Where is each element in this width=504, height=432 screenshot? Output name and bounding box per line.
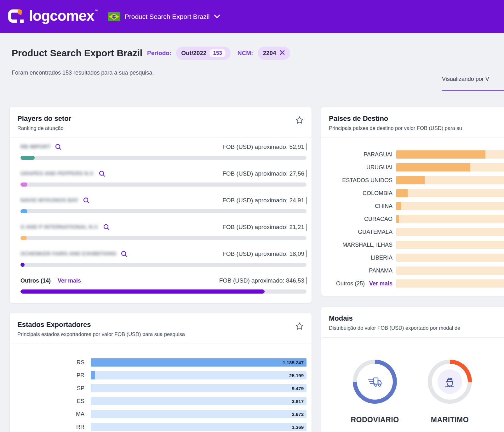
- modais-card-title: Modais: [329, 314, 504, 323]
- estado-value: 9.479: [292, 386, 304, 391]
- fob-label: FOB (USD) aproximado:: [219, 277, 284, 284]
- estado-row: RS 1.185.247: [20, 358, 306, 367]
- bar-track: [396, 163, 504, 171]
- modais-card: Modais Distribuição do valor FOB (USD) e…: [321, 307, 504, 432]
- maritimo-label: MARITIMO: [431, 416, 469, 424]
- pais-row: URUGUAI: [329, 163, 504, 171]
- pais-label: CHINA: [329, 203, 392, 210]
- company-name-blurred: G AND P INTERNATIONAL N.V.: [20, 224, 99, 230]
- search-icon[interactable]: [55, 143, 62, 150]
- estado-value: 25.199: [289, 373, 304, 378]
- workspace-selector[interactable]: Product Search Export Brazil: [125, 13, 220, 20]
- bar-fill: [396, 189, 408, 197]
- estado-row: RR 1.369: [20, 423, 306, 431]
- bar-fill: [396, 176, 425, 184]
- workspace-label: Product Search Export Brazil: [125, 13, 210, 20]
- estado-value: 1.185.247: [283, 360, 304, 365]
- rodoviario-donut-chart: [353, 360, 397, 404]
- estado-label: SP: [20, 385, 84, 392]
- estado-label: RR: [20, 424, 84, 430]
- players-rows: RB IMPORT FOB (USD) aproximado: 52,91 GR…: [10, 138, 312, 294]
- paises-card-header: Países de Destino Principais países de d…: [321, 107, 504, 138]
- estados-card-title: Estados Exportadores: [17, 321, 304, 329]
- star-icon[interactable]: [295, 116, 304, 126]
- player-row: RB IMPORT FOB (USD) aproximado: 52,91: [20, 142, 306, 160]
- ncm-value: 2204: [263, 50, 276, 57]
- page-header: Product Search Export Brazil Período: Ou…: [12, 47, 290, 60]
- player-row: GRAPES AND PEPPERS N.V. FOB (USD) aproxi…: [20, 168, 306, 187]
- page-title: Product Search Export Brazil: [12, 48, 142, 59]
- search-icon[interactable]: [103, 224, 110, 231]
- bar-track: [396, 176, 504, 184]
- close-icon[interactable]: [279, 50, 285, 57]
- pais-row: MARSHALL, ILHAS: [329, 241, 504, 249]
- progress-fill: [20, 289, 265, 294]
- bar-fill: [91, 371, 95, 379]
- fob-value: 24,91: [289, 197, 304, 204]
- players-do-setor-card: Players do setor Ranking de atuação RB I…: [10, 107, 312, 303]
- estado-label: PR: [20, 372, 84, 379]
- pais-row: GUATEMALA: [329, 228, 504, 236]
- fob-label: FOB (USD) aproximado:: [222, 197, 288, 204]
- bar-track: 3.817: [91, 397, 306, 405]
- estado-label: MA: [20, 411, 84, 418]
- pais-row: ESTADOS UNIDOS: [329, 176, 504, 184]
- bar-fill: [396, 215, 399, 223]
- logcomex-wordmark: logcomex: [29, 8, 94, 24]
- modais-card-subtitle: Distribuição do valor FOB (USD) exportad…: [329, 324, 504, 331]
- search-icon[interactable]: [99, 170, 106, 177]
- logcomex-logo[interactable]: logcomex ™: [8, 8, 98, 26]
- bar-track: 9.479: [91, 384, 306, 392]
- progress-fill: [20, 263, 25, 267]
- periodo-count-badge: 153: [209, 49, 225, 57]
- estado-row: ES 3.817: [20, 397, 306, 405]
- bar-track: [396, 279, 504, 288]
- paises-de-destino-card: Países de Destino Principais países de d…: [321, 107, 504, 296]
- search-icon[interactable]: [83, 197, 90, 204]
- modal-rodoviario: RODOVIARIO: [339, 360, 411, 424]
- bar-track: [396, 228, 504, 236]
- pais-label: MARSHALL, ILHAS: [329, 242, 392, 248]
- tab-active-indicator: [442, 90, 504, 91]
- pais-label: PARAGUAI: [329, 151, 392, 158]
- progress-fill: [20, 156, 35, 160]
- progress-track: [20, 209, 306, 213]
- ver-mais-link[interactable]: Ver mais: [369, 280, 392, 287]
- logcomex-logo-icon: [8, 8, 25, 26]
- right-column: Países de Destino Principais países de d…: [321, 107, 504, 432]
- tab-visualizando[interactable]: Visualizando por V: [442, 76, 504, 82]
- fob-value: 21,21: [289, 224, 304, 231]
- ncm-filter-chip[interactable]: 2204: [258, 47, 290, 60]
- bar-track: [396, 254, 504, 262]
- player-row: G AND P INTERNATIONAL N.V. FOB (USD) apr…: [20, 222, 306, 240]
- paises-bar-chart: PARAGUAI URUGUAI ESTADOS UNIDOS COLOMBIA…: [321, 138, 504, 288]
- player-row-outros: Outros (14) Ver mais FOB (USD) aproximad…: [20, 275, 306, 294]
- pais-label: COLOMBIA: [329, 190, 392, 197]
- page-divider: [11, 95, 504, 95]
- ver-mais-link[interactable]: Ver mais: [58, 278, 81, 284]
- company-name-blurred: GRAPES AND PEPPERS N.V.: [20, 171, 94, 177]
- ncm-label: NCM:: [238, 50, 253, 57]
- progress-track: [20, 289, 306, 294]
- bar-track: [396, 189, 504, 197]
- fob-label: FOB (USD) aproximado:: [222, 250, 288, 257]
- estado-row: SP 9.479: [20, 384, 306, 392]
- periodo-label: Período:: [147, 50, 171, 57]
- pais-row: CURACAO: [329, 215, 504, 223]
- players-card-title: Players do setor: [17, 115, 304, 123]
- paises-card-subtitle: Principais países de destino por valor F…: [329, 125, 504, 132]
- fob-label: FOB (USD) aproximado:: [222, 143, 288, 150]
- estados-card-subtitle: Principais estados exportadores por valo…: [17, 331, 304, 338]
- pais-row: COLOMBIA: [329, 189, 504, 197]
- bar-fill: [91, 384, 91, 392]
- chevron-down-icon[interactable]: [214, 14, 220, 20]
- bar-fill: [396, 163, 470, 171]
- periodo-filter-chip[interactable]: Out/2022 153: [176, 47, 231, 60]
- progress-track: [20, 182, 306, 187]
- fob-value: 27,56: [289, 170, 304, 177]
- search-icon[interactable]: [121, 250, 128, 257]
- bar-fill: [91, 358, 306, 367]
- rodoviario-label: RODOVIARIO: [351, 416, 399, 424]
- star-icon[interactable]: [295, 322, 304, 332]
- progress-track: [20, 263, 306, 267]
